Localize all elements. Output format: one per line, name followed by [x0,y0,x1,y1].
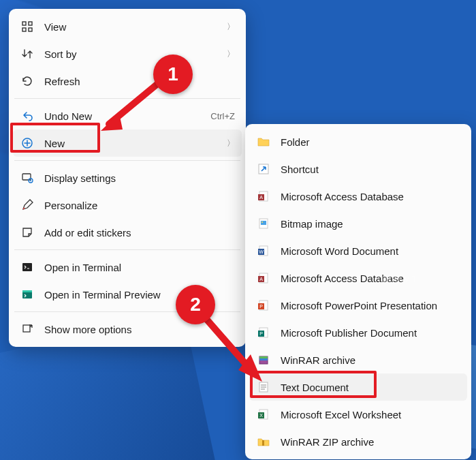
submenu-label: WinRAR ZIP archive [281,436,460,448]
menu-label: Show more options [44,324,235,335]
svg-rect-1 [29,22,32,25]
submenu-access[interactable]: A Microsoft Access Database [249,183,467,210]
stickers-icon [20,225,35,240]
submenu-excel[interactable]: X Microsoft Excel Worksheet [249,401,467,428]
svg-rect-2 [22,28,26,31]
svg-rect-38 [262,440,264,446]
separator [14,160,240,161]
separator [14,249,240,250]
excel-icon: X [256,407,271,422]
menu-new[interactable]: New 〉 [13,129,242,157]
folder-icon [256,134,271,149]
personalize-icon [20,198,35,213]
svg-text:P: P [259,304,263,309]
menu-label: New [44,138,227,149]
more-options-icon [20,322,35,337]
menu-label: Refresh [44,76,235,87]
svg-text:P: P [259,331,263,336]
svg-rect-11 [23,325,30,332]
submenu-label: Microsoft Access Database [281,191,460,202]
submenu-access2[interactable]: A Microsoft Access Database [249,264,467,292]
svg-rect-33 [259,358,268,361]
menu-sort[interactable]: Sort by 〉 [13,40,242,67]
svg-text:W: W [259,249,264,254]
text-document-icon [256,380,271,395]
winrar-icon [256,352,271,367]
annotation-badge-1: 1 [153,55,193,94]
chevron-right-icon: 〉 [227,48,235,60]
svg-point-7 [30,180,31,181]
submenu-winrar-zip[interactable]: WinRAR ZIP archive [249,428,467,455]
submenu-label: Bitmap image [281,218,460,230]
watermark: one.vn [381,273,416,285]
view-icon [20,19,35,34]
publisher-icon: P [256,325,271,340]
menu-label: Undo New [44,110,210,122]
terminal-preview-icon [20,287,35,302]
annotation-badge-2: 2 [176,285,215,324]
submenu-label: WinRAR archive [281,354,460,366]
menu-view[interactable]: View 〉 [13,13,242,40]
svg-rect-32 [259,356,268,358]
menu-label: Open in Terminal [44,262,235,273]
chevron-right-icon: 〉 [227,138,235,149]
undo-icon [20,108,35,123]
new-icon [20,136,35,151]
display-settings-icon [20,170,35,185]
menu-display-settings[interactable]: Display settings [13,164,242,191]
terminal-icon [20,260,35,275]
submenu-text-document[interactable]: Text Document [249,373,467,401]
menu-label: Display settings [44,172,235,184]
submenu-label: Text Document [281,382,460,393]
svg-rect-10 [22,290,32,292]
submenu-label: Microsoft Excel Worksheet [281,409,460,420]
shortcut-icon [256,162,271,177]
menu-label: Personalize [44,200,235,211]
svg-rect-3 [29,28,32,31]
word-icon: W [256,243,271,258]
new-submenu: Folder Shortcut A Microsoft Access Datab… [245,124,471,459]
submenu-bitmap[interactable]: Bitmap image [249,210,467,237]
bitmap-icon [256,216,271,231]
svg-rect-0 [22,22,26,25]
submenu-folder[interactable]: Folder [249,128,467,155]
menu-label: View [44,21,227,33]
powerpoint-icon: P [256,298,271,313]
submenu-powerpoint[interactable]: P Microsoft PowerPoint Presentation [249,292,467,319]
access-icon: A [256,271,271,286]
svg-text:X: X [259,413,263,418]
menu-undo[interactable]: Undo New Ctrl+Z [13,102,242,129]
svg-text:A: A [259,195,263,200]
submenu-label: Microsoft PowerPoint Presentation [281,300,460,311]
submenu-label: Microsoft Access Database [281,273,460,284]
submenu-label: Folder [281,136,460,148]
svg-rect-8 [22,263,32,271]
svg-point-18 [261,221,263,223]
menu-stickers[interactable]: Add or edit stickers [13,219,242,246]
submenu-word[interactable]: W Microsoft Word Document [249,237,467,264]
svg-rect-17 [261,221,266,225]
menu-terminal[interactable]: Open in Terminal [13,254,242,281]
submenu-publisher[interactable]: P Microsoft Publisher Document [249,319,467,346]
menu-refresh[interactable]: Refresh [13,67,242,95]
shortcut-label: Ctrl+Z [210,111,235,121]
chevron-right-icon: 〉 [227,21,235,33]
separator [14,98,240,99]
svg-text:A: A [259,277,263,281]
submenu-winrar[interactable]: WinRAR archive [249,346,467,373]
submenu-label: Shortcut [281,164,460,175]
refresh-icon [20,74,35,89]
submenu-label: Microsoft Publisher Document [281,327,460,339]
submenu-shortcut[interactable]: Shortcut [249,155,467,183]
access-icon: A [256,189,271,204]
menu-label: Add or edit stickers [44,227,235,239]
menu-personalize[interactable]: Personalize [13,191,242,219]
submenu-label: Microsoft Word Document [281,245,460,257]
menu-label: Sort by [44,48,227,60]
sort-icon [20,46,35,61]
winrar-zip-icon [256,434,271,449]
